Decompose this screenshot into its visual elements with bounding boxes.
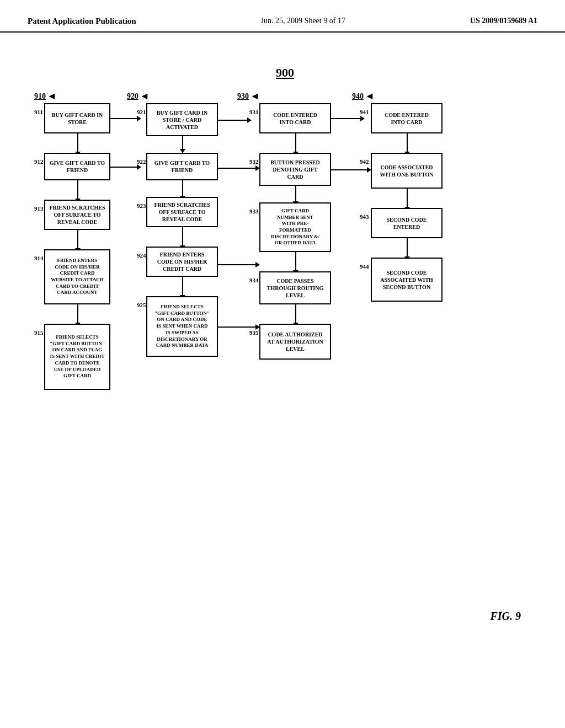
- step-923-label: 923: [137, 202, 146, 209]
- box-934: CODE PASSES THROUGH ROUTING LEVEL: [259, 271, 331, 304]
- step-922-label: 922: [137, 158, 146, 165]
- step-924-label: 924: [137, 252, 146, 259]
- box-914: FRIEND ENTERS CODE ON HIS/HER CREDIT CAR…: [44, 249, 110, 304]
- page-header: Patent Application Publication Jun. 25, …: [0, 0, 565, 33]
- step-932-label: 932: [249, 158, 259, 165]
- arrow-914-915: [77, 304, 78, 326]
- arrow-925-935: [218, 326, 259, 328]
- box-933: GIFT CARD NUMBER SENT WITH PRE- FORMATTE…: [259, 202, 331, 252]
- box-932: BUTTON PRESSED DENOTING GIFT CARD: [259, 153, 331, 186]
- arrow-934-935: [295, 304, 296, 326]
- header-center: Jun. 25, 2009 Sheet 9 of 17: [261, 17, 345, 25]
- step-911-label: 911: [34, 109, 43, 115]
- arrow-932-942: [331, 169, 371, 170]
- diagram-container: 900 FIG. 9 910 ◄ 911 BUY GIFT CARD IN ST…: [0, 38, 565, 689]
- col-910-arrow: ◄: [47, 90, 57, 102]
- arrow-941-942: [407, 133, 408, 156]
- arrow-920-930-1: [218, 120, 251, 121]
- col-header-940: 940 ◄: [352, 90, 375, 102]
- header-left: Patent Application Publication: [28, 17, 136, 26]
- col-header-910: 910 ◄: [34, 90, 57, 102]
- col-930-arrow: ◄: [250, 90, 260, 102]
- col-header-920: 920 ◄: [127, 90, 150, 102]
- step-934-label: 934: [249, 277, 259, 283]
- box-924: FRIEND ENTERS CODE ON HIS/HER CREDIT CAR…: [146, 247, 218, 277]
- arrow-930-940-1: [331, 118, 364, 119]
- box-931: CODE ENTERED INTO CARD: [259, 103, 331, 133]
- col-header-930: 930 ◄: [237, 90, 260, 102]
- arrow-924-925: [182, 277, 183, 299]
- arrow-921-922: [182, 136, 183, 153]
- arrow-924-934: [218, 264, 259, 265]
- arrow-912-913: [77, 180, 78, 202]
- arrow-942-943: [407, 189, 408, 211]
- col-940-arrow: ◄: [365, 90, 375, 102]
- step-942-label: 942: [360, 158, 369, 165]
- step-933-label: 933: [249, 208, 259, 215]
- arrow-933-934: [295, 252, 296, 274]
- arrow-913-914: [77, 230, 78, 252]
- step-944-label: 944: [360, 263, 369, 270]
- arrow-943-944: [407, 238, 408, 260]
- step-913-label: 913: [34, 205, 44, 212]
- col-920-label: 920: [127, 92, 138, 101]
- step-921-label: 921: [137, 109, 146, 115]
- box-944: SECOND CODE ASSOCAITED WITH SECOND BUTTO…: [371, 258, 443, 302]
- box-922: GIVE GIFT CARD TO FRIEND: [146, 153, 218, 180]
- arrow-923-924: [182, 227, 183, 249]
- box-943: SECOND CODE ENTERED: [371, 208, 443, 238]
- header-right: US 2009/0159689 A1: [470, 17, 537, 25]
- box-912: GIVE GIFT CARD TO FRIEND: [44, 153, 110, 180]
- step-941-label: 941: [360, 109, 369, 115]
- box-923: FRIEND SCRATCHES OFF SURFACE TO REVEAL C…: [146, 197, 218, 227]
- step-912-label: 912: [34, 158, 44, 165]
- step-925-label: 925: [137, 302, 146, 308]
- step-915-label: 915: [34, 329, 44, 336]
- figure-number: 900: [276, 66, 294, 80]
- arrow-910-920-2: [110, 167, 141, 168]
- col-910-label: 910: [34, 92, 46, 101]
- arrow-911-912: [77, 133, 78, 156]
- fig-label: FIG. 9: [490, 610, 521, 623]
- col-920-arrow: ◄: [140, 90, 150, 102]
- box-942: CODE ASSOCIATED WITH ONE BUTTON: [371, 153, 443, 189]
- box-925: FRIEND SELECTS "GIFT CARD BUTTON" ON CAR…: [146, 296, 218, 357]
- step-935-label: 935: [249, 329, 259, 336]
- box-915: FRIEND SELECTS "GIFT CARD BUTTON" ON CAR…: [44, 324, 110, 390]
- box-913: FRIEND SCRATCHES OFF SURFACE TO REVEAL C…: [44, 200, 110, 230]
- arrow-922-932: [218, 168, 259, 169]
- box-921: BUY GIFT CARD IN STORE / CARD ACTIVATED: [146, 103, 218, 136]
- col-940-label: 940: [352, 92, 364, 101]
- col-930-label: 930: [237, 92, 249, 101]
- box-941: CODE ENTERED INTO CARD: [371, 103, 443, 133]
- box-911: BUY GIFT CARD IN STORE: [44, 103, 110, 133]
- step-914-label: 914: [34, 255, 44, 261]
- step-943-label: 943: [360, 213, 369, 220]
- arrow-910-920-1: [110, 118, 141, 119]
- arrow-931-932: [295, 133, 296, 156]
- box-935: CODE AUTHORIZED AT AUTHORIZATION LEVEL: [259, 324, 331, 360]
- step-931-label: 931: [249, 109, 259, 115]
